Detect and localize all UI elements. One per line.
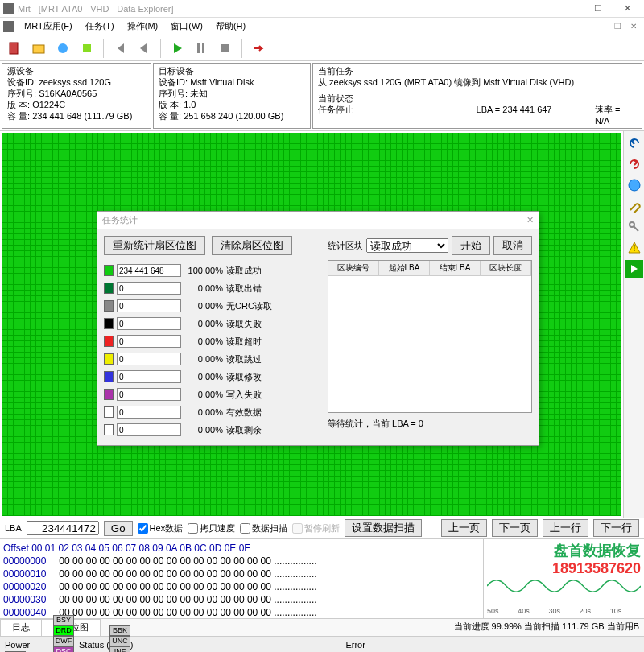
col-start-lba: 起始LBA [379, 261, 430, 275]
target-capacity: 251 658 240 (120.00 GB) [184, 111, 283, 121]
lba-input[interactable] [27, 521, 99, 535]
menu-window[interactable]: 窗口(W) [167, 19, 206, 34]
close-button[interactable]: ✕ [613, 1, 641, 17]
svg-text:!: ! [633, 244, 635, 253]
stat-value[interactable] [117, 353, 181, 365]
toolbar-play-icon[interactable] [166, 37, 188, 60]
stat-value[interactable] [117, 406, 181, 419]
stat-row: 0.00% 写入失败 [104, 386, 321, 403]
undo-icon[interactable] [625, 134, 643, 152]
target-id: Msft Virtual Disk [190, 77, 254, 87]
stat-swatch [104, 318, 114, 329]
stat-label: 有效数据 [226, 406, 262, 419]
set-scan-button[interactable]: 设置数据扫描 [345, 519, 422, 537]
mdi-restore-button[interactable]: ❐ [610, 20, 625, 33]
stat-row: 0.00% 读取超时 [104, 332, 321, 350]
target-header: 目标设备 [159, 65, 305, 76]
maximize-button[interactable]: ☐ [584, 1, 612, 17]
stat-value[interactable] [117, 388, 181, 401]
dialog-close-icon[interactable]: ✕ [526, 215, 534, 225]
stat-row: 0.00% 读取剩余 [104, 421, 321, 439]
cancel-button[interactable]: 取消 [493, 236, 532, 255]
toolbar-tool-icon[interactable] [76, 37, 98, 60]
mdi-close-button[interactable]: ✕ [626, 20, 641, 33]
next-page-button[interactable]: 下一页 [492, 519, 538, 537]
toolbar-prev-icon[interactable] [133, 37, 155, 60]
nav-bar: LBA Go Hex数据 拷贝速度 数据扫描 暂停刷新 设置数据扫描 上一页 下… [0, 518, 644, 539]
source-device-box: 源设备 设备ID: zeeksys ssd 120G 序列号: S16KA0A0… [2, 63, 151, 129]
window-title: Mrt - [MRT ATA0 - VHD - Data Explorer] [18, 4, 555, 14]
col-block-no: 区块编号 [328, 261, 379, 275]
stat-percent: 0.00% [184, 425, 223, 435]
error-label: Error [345, 640, 384, 650]
stat-value[interactable] [117, 335, 181, 348]
prev-line-button[interactable]: 上一行 [543, 519, 588, 537]
toolbar-stop-icon[interactable] [214, 37, 237, 60]
col-length: 区块长度 [481, 261, 531, 275]
dialog-footer: 等待统计，当前 LBA = 0 [328, 418, 532, 430]
toolbar-new-icon[interactable] [3, 37, 26, 60]
menu-task[interactable]: 任务(T) [82, 19, 118, 34]
stat-label: 读取跳过 [226, 353, 262, 365]
hex-view[interactable]: Offset 00 01 02 03 04 05 06 07 08 09 0A … [0, 539, 483, 618]
next-line-button[interactable]: 下一行 [593, 519, 639, 537]
task-state-header: 当前状态 [318, 93, 637, 104]
stat-value[interactable] [117, 317, 181, 330]
redo-icon[interactable] [625, 155, 643, 173]
clear-button[interactable]: 清除扇区位图 [212, 236, 292, 255]
svg-rect-6 [221, 44, 229, 52]
key-icon[interactable] [625, 218, 643, 236]
minimize-button[interactable]: — [555, 1, 583, 17]
menu-operate[interactable]: 操作(M) [124, 19, 162, 34]
target-device-box: 目标设备 设备ID: Msft Virtual Disk 序列号: 未知 版 本… [153, 63, 311, 129]
stat-value[interactable] [117, 370, 181, 383]
task-header: 当前任务 [318, 65, 637, 76]
start-button[interactable]: 开始 [452, 236, 490, 255]
globe-icon[interactable] [625, 176, 643, 194]
stat-percent: 0.00% [184, 301, 223, 311]
stat-swatch [104, 265, 114, 276]
toolbar-export-icon[interactable] [247, 37, 270, 60]
stat-swatch [104, 371, 114, 382]
go-button[interactable]: Go [104, 521, 133, 536]
warning-icon[interactable]: ! [625, 239, 643, 257]
progress-text: 当前进度 99.99% 当前扫描 111.79 GB 当前用B [449, 619, 644, 636]
stat-label: 读取失败 [226, 318, 262, 330]
mdi-minimize-button[interactable]: – [594, 20, 609, 33]
scan-checkbox[interactable]: 数据扫描 [240, 522, 287, 534]
stat-swatch [104, 336, 114, 347]
copy-checkbox[interactable]: 拷贝速度 [188, 522, 235, 534]
stat-value[interactable] [117, 423, 181, 436]
block-select[interactable]: 读取成功 [366, 238, 448, 253]
app-icon [3, 3, 14, 14]
statistics-dialog: 任务统计 ✕ 重新统计扇区位图 清除扇区位图 100.00% 读取成功 0.00… [97, 211, 539, 446]
source-id: zeeksys ssd 120G [39, 77, 111, 87]
wrench-icon[interactable] [625, 197, 643, 215]
stat-percent: 0.00% [184, 354, 223, 364]
hex-row: 00000020 00 00 00 00 00 00 00 00 00 00 0… [3, 580, 480, 593]
stat-value[interactable] [117, 282, 181, 295]
svg-rect-3 [83, 44, 91, 52]
recalc-button[interactable]: 重新统计扇区位图 [104, 236, 205, 255]
toolbar-open-icon[interactable] [27, 37, 50, 60]
task-box: 当前任务 从 zeeksys ssd 120G (MRT ATA0) 镜像到 M… [312, 63, 642, 129]
menu-app[interactable]: MRT应用(F) [21, 19, 76, 34]
pause-checkbox[interactable]: 暂停刷新 [292, 522, 340, 534]
hex-checkbox[interactable]: Hex数据 [138, 522, 184, 534]
toolbar-first-icon[interactable] [109, 37, 131, 60]
hex-row: 00000010 00 00 00 00 00 00 00 00 00 00 0… [3, 567, 480, 580]
graph-panel: 盘首数据恢复 18913587620 50s40s30s20s10s [483, 539, 644, 618]
prev-page-button[interactable]: 上一页 [441, 519, 487, 537]
hex-row: 00000040 00 00 00 00 00 00 00 00 00 00 0… [3, 606, 480, 618]
menu-help[interactable]: 帮助(H) [213, 19, 249, 34]
stat-value[interactable] [117, 299, 181, 312]
stat-value[interactable] [117, 264, 181, 277]
status-led-drd: DRD [53, 625, 74, 636]
svg-rect-5 [202, 43, 204, 53]
tab-log[interactable]: 日志 [0, 619, 42, 636]
status-bar: Power Status (ATA0) Error ON BSYDRDDWFDS… [0, 637, 644, 652]
toolbar-pause-icon[interactable] [190, 37, 213, 60]
toolbar-wizard-icon[interactable] [52, 37, 74, 60]
stat-row: 0.00% 无CRC读取 [104, 297, 321, 315]
forward-icon[interactable] [625, 260, 643, 278]
